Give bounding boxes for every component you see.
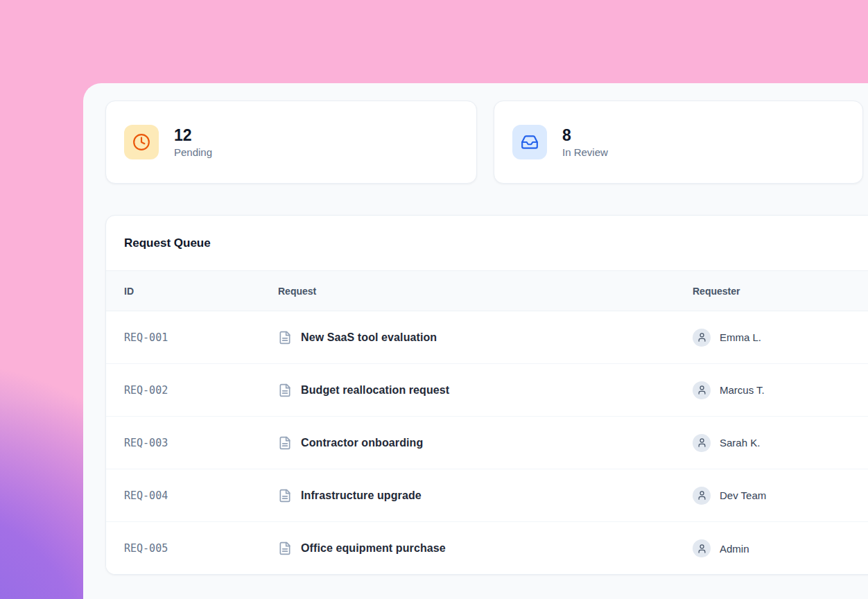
stat-value: 12	[174, 126, 212, 144]
request-queue-card: Request Queue ID Request Requester REQ-0…	[105, 215, 868, 575]
request-id: REQ-001	[124, 331, 278, 344]
requester-name: Dev Team	[720, 489, 766, 501]
avatar	[693, 539, 711, 557]
requester-name: Emma L.	[720, 331, 761, 343]
request-title: Contractor onboarding	[301, 437, 423, 449]
requester-name: Admin	[720, 543, 749, 555]
request-title: Office equipment purchase	[301, 542, 446, 555]
file-text-icon	[278, 541, 292, 555]
table-row[interactable]: REQ-005 Office equipment purchase Admin	[106, 522, 868, 575]
stat-text: 12 Pending	[174, 126, 212, 158]
stat-label: Pending	[174, 146, 212, 158]
main-panel: 12 Pending 8 In Review Request Queue ID …	[83, 83, 868, 599]
request-title: New SaaS tool evaluation	[301, 331, 437, 344]
stat-icon-badge	[124, 125, 159, 159]
clock-icon	[132, 133, 150, 151]
table-row[interactable]: REQ-003 Contractor onboarding Sarah K.	[106, 417, 868, 469]
file-text-icon	[278, 331, 292, 345]
table-header-row: ID Request Requester	[106, 271, 868, 311]
table-row[interactable]: REQ-001 New SaaS tool evaluation Emma L.	[106, 311, 868, 364]
inbox-icon	[521, 133, 539, 151]
stat-card-in-review: 8 In Review	[494, 101, 863, 184]
requester-name: Sarah K.	[720, 437, 760, 449]
table-row[interactable]: REQ-002 Budget reallocation request Marc…	[106, 364, 868, 417]
request-title: Budget reallocation request	[301, 384, 449, 397]
stat-value: 8	[562, 126, 608, 144]
request-id: REQ-003	[124, 437, 278, 449]
column-header-id: ID	[124, 286, 278, 297]
column-header-request: Request	[278, 286, 693, 297]
user-icon	[697, 544, 707, 554]
stat-text: 8 In Review	[562, 126, 608, 158]
request-title: Infrastructure upgrade	[301, 489, 422, 502]
avatar	[693, 434, 711, 452]
table-row[interactable]: REQ-004 Infrastructure upgrade Dev Team	[106, 469, 868, 522]
stat-card-pending: 12 Pending	[105, 101, 477, 184]
user-icon	[697, 490, 707, 501]
avatar	[693, 381, 711, 399]
table-title-row: Request Queue	[106, 216, 868, 271]
avatar	[693, 329, 711, 347]
request-id: REQ-005	[124, 542, 278, 555]
user-icon	[697, 437, 707, 448]
file-text-icon	[278, 436, 292, 450]
request-id: REQ-004	[124, 489, 278, 502]
stat-label: In Review	[562, 146, 608, 158]
table-title: Request Queue	[124, 236, 211, 250]
requester-name: Marcus T.	[720, 384, 765, 396]
avatar	[693, 487, 711, 505]
request-id: REQ-002	[124, 384, 278, 397]
column-header-requester: Requester	[693, 286, 868, 297]
stat-icon-badge	[512, 125, 547, 159]
file-text-icon	[278, 383, 292, 397]
user-icon	[697, 385, 707, 395]
file-text-icon	[278, 489, 292, 503]
user-icon	[697, 332, 707, 342]
